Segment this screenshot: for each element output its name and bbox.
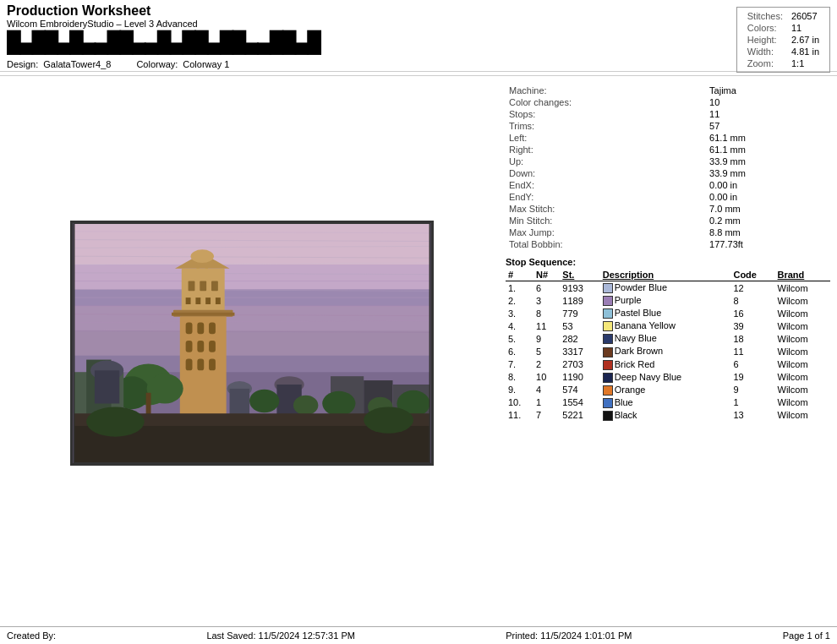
table-row: 6. 5 3317 Dark Brown 11 Wilcom xyxy=(506,345,830,357)
row-desc: Banana Yellow xyxy=(600,319,731,332)
min-stitch-value: 0.2 mm xyxy=(706,215,830,226)
row-brand: Wilcom xyxy=(775,409,830,422)
endy-value: 0.00 in xyxy=(706,191,830,203)
row-code: 9 xyxy=(730,384,774,396)
stops-label: Stops: xyxy=(506,108,706,120)
row-n: 8 xyxy=(533,307,560,319)
row-num: 9. xyxy=(506,384,533,396)
color-swatch xyxy=(603,334,613,344)
zoom-label: Zoom: xyxy=(744,58,786,68)
svg-rect-25 xyxy=(211,281,218,291)
table-row: 1. 6 9193 Powder Blue 12 Wilcom xyxy=(506,281,830,295)
svg-rect-38 xyxy=(209,341,216,352)
embroidery-frame xyxy=(70,221,434,466)
right-value: 61.1 mm xyxy=(706,144,830,156)
color-swatch xyxy=(603,385,613,396)
row-num: 1. xyxy=(506,281,533,295)
row-brand: Wilcom xyxy=(775,371,830,384)
row-st: 2703 xyxy=(560,358,599,371)
row-desc: Deep Navy Blue xyxy=(600,371,731,384)
stitches-value: 26057 xyxy=(788,11,823,21)
row-code: 18 xyxy=(730,332,774,345)
height-label: Height: xyxy=(744,35,786,45)
svg-rect-23 xyxy=(189,281,195,291)
row-code: 6 xyxy=(730,358,774,371)
row-code: 1 xyxy=(730,396,774,409)
row-desc: Purple xyxy=(600,294,731,307)
svg-rect-28 xyxy=(205,297,211,304)
row-desc: Orange xyxy=(600,384,731,396)
svg-rect-33 xyxy=(186,322,193,334)
color-swatch xyxy=(603,360,613,370)
color-swatch xyxy=(603,411,613,421)
page-number: Page 1 of 1 xyxy=(783,630,830,641)
svg-point-59 xyxy=(322,390,355,415)
color-swatch xyxy=(603,283,613,293)
machine-value: Tajima xyxy=(706,85,830,96)
svg-rect-36 xyxy=(186,341,193,352)
zoom-value: 1:1 xyxy=(788,58,823,68)
table-row: 11. 7 5221 Black 13 Wilcom xyxy=(506,409,830,422)
row-st: 779 xyxy=(560,307,599,319)
row-n: 5 xyxy=(533,345,560,357)
svg-rect-24 xyxy=(200,281,206,291)
table-row: 9. 4 574 Orange 9 Wilcom xyxy=(506,384,830,396)
row-st: 1190 xyxy=(560,371,599,384)
max-jump-label: Max Jump: xyxy=(506,226,706,238)
up-value: 33.9 mm xyxy=(706,156,830,167)
design-label: Design: xyxy=(7,59,38,69)
row-code: 13 xyxy=(730,409,774,422)
row-code: 12 xyxy=(730,281,774,295)
width-label: Width: xyxy=(744,46,786,57)
colorway-label: Colorway: xyxy=(136,59,178,69)
color-changes-value: 10 xyxy=(706,96,830,108)
row-desc: Blue xyxy=(600,396,731,409)
svg-rect-39 xyxy=(186,358,193,370)
machine-info: Machine: Tajima Color changes: 10 Stops:… xyxy=(506,85,830,250)
row-num: 10. xyxy=(506,396,533,409)
row-st: 574 xyxy=(560,384,599,396)
color-swatch xyxy=(603,347,613,357)
svg-rect-35 xyxy=(209,322,216,334)
color-swatch xyxy=(603,321,613,331)
row-n: 7 xyxy=(533,409,560,422)
printed: Printed: 11/5/2024 1:01:01 PM xyxy=(506,630,632,641)
endy-label: EndY: xyxy=(506,191,706,203)
barcode: █▄██▄█▄▄██▄▄█▄██▄██▄▄██▄█ xyxy=(7,32,830,56)
row-num: 11. xyxy=(506,409,533,422)
col-st: St. xyxy=(560,269,599,281)
color-swatch xyxy=(603,308,613,319)
svg-point-65 xyxy=(364,407,413,433)
row-brand: Wilcom xyxy=(775,358,830,371)
page-title: Production Worksheet xyxy=(7,3,830,19)
row-brand: Wilcom xyxy=(775,294,830,307)
row-st: 282 xyxy=(560,332,599,345)
colorway-value: Colorway 1 xyxy=(183,59,229,69)
row-n: 11 xyxy=(533,319,560,332)
col-num: # xyxy=(506,269,533,281)
total-bobbin-value: 177.73ft xyxy=(706,238,830,250)
row-n: 3 xyxy=(533,294,560,307)
trims-label: Trims: xyxy=(506,120,706,132)
app-subtitle: Wilcom EmbroideryStudio – Level 3 Advanc… xyxy=(7,19,830,29)
row-code: 16 xyxy=(730,307,774,319)
stop-sequence: Stop Sequence: # N# St. Description Code… xyxy=(506,257,830,422)
row-desc: Black xyxy=(600,409,731,422)
row-brand: Wilcom xyxy=(775,332,830,345)
last-saved-value: 11/5/2024 12:57:31 PM xyxy=(259,630,355,641)
table-row: 8. 10 1190 Deep Navy Blue 19 Wilcom xyxy=(506,371,830,384)
svg-rect-27 xyxy=(195,297,200,304)
down-value: 33.9 mm xyxy=(706,167,830,179)
row-n: 6 xyxy=(533,281,560,295)
colors-label: Colors: xyxy=(744,23,786,33)
col-code: Code xyxy=(730,269,774,281)
table-row: 4. 11 53 Banana Yellow 39 Wilcom xyxy=(506,319,830,332)
left-label: Left: xyxy=(506,132,706,144)
design-value: GalataTower4_8 xyxy=(43,59,111,69)
svg-rect-41 xyxy=(209,358,216,370)
row-code: 11 xyxy=(730,345,774,357)
row-num: 5. xyxy=(506,332,533,345)
table-row: 7. 2 2703 Brick Red 6 Wilcom xyxy=(506,358,830,371)
svg-rect-37 xyxy=(197,341,204,352)
footer: Created By: Last Saved: 11/5/2024 12:57:… xyxy=(0,626,837,644)
